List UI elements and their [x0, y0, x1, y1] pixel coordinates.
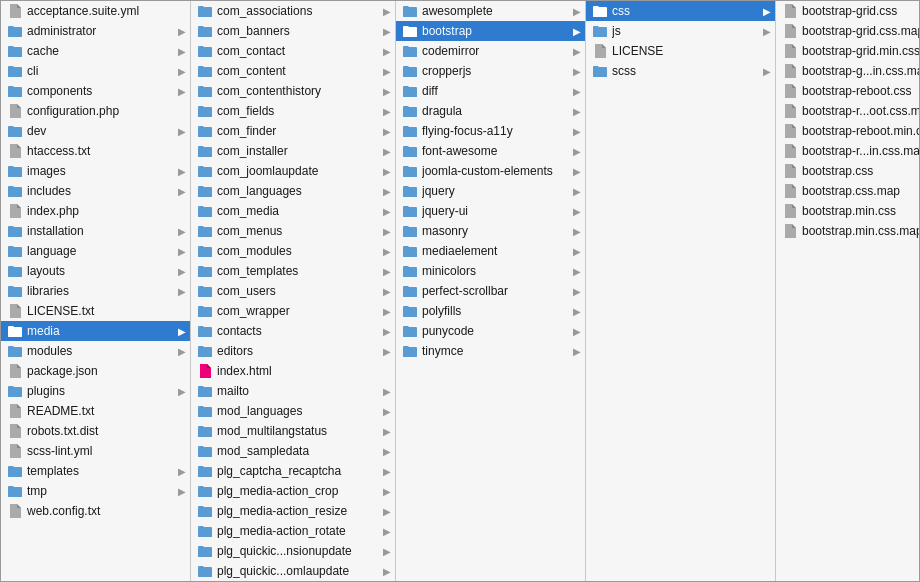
file-row[interactable]: acceptance.suite.yml [1, 1, 190, 21]
folder-row[interactable]: com_media▶ [191, 201, 395, 221]
folder-row[interactable]: cli▶ [1, 61, 190, 81]
folder-row[interactable]: modules▶ [1, 341, 190, 361]
file-icon [782, 63, 798, 79]
folder-row[interactable]: plg_captcha_recaptcha▶ [191, 461, 395, 481]
folder-row[interactable]: com_contact▶ [191, 41, 395, 61]
folder-row[interactable]: mailto▶ [191, 381, 395, 401]
file-row[interactable]: LICENSE.txt [1, 301, 190, 321]
folder-row[interactable]: includes▶ [1, 181, 190, 201]
folder-row[interactable]: css▶ [586, 1, 775, 21]
folder-row[interactable]: plg_media-action_crop▶ [191, 481, 395, 501]
folder-row[interactable]: com_templates▶ [191, 261, 395, 281]
folder-row[interactable]: dragula▶ [396, 101, 585, 121]
folder-row[interactable]: com_installer▶ [191, 141, 395, 161]
chevron-right-icon: ▶ [573, 166, 581, 177]
folder-row[interactable]: plugins▶ [1, 381, 190, 401]
folder-row[interactable]: com_joomlaupdate▶ [191, 161, 395, 181]
folder-row[interactable]: libraries▶ [1, 281, 190, 301]
folder-row[interactable]: polyfills▶ [396, 301, 585, 321]
folder-row[interactable]: tmp▶ [1, 481, 190, 501]
file-row[interactable]: README.txt [1, 401, 190, 421]
svg-rect-2 [8, 68, 22, 77]
item-label: scss-lint.yml [27, 444, 186, 458]
item-label: bootstrap-grid.css.map [802, 24, 920, 38]
file-icon [782, 23, 798, 39]
file-row[interactable]: bootstrap-reboot.css [776, 81, 920, 101]
folder-row[interactable]: diff▶ [396, 81, 585, 101]
item-label: components [27, 84, 186, 98]
folder-row[interactable]: jquery-ui▶ [396, 201, 585, 221]
folder-row[interactable]: plg_media-action_rotate▶ [191, 521, 395, 541]
file-row[interactable]: bootstrap.min.css [776, 201, 920, 221]
folder-row[interactable]: jquery▶ [396, 181, 585, 201]
folder-row[interactable]: awesomplete▶ [396, 1, 585, 21]
folder-row[interactable]: editors▶ [191, 341, 395, 361]
folder-row[interactable]: contacts▶ [191, 321, 395, 341]
file-row[interactable]: bootstrap-g...in.css.map [776, 61, 920, 81]
file-row[interactable]: web.config.txt [1, 501, 190, 521]
folder-row[interactable]: bootstrap▶ [396, 21, 585, 41]
folder-row[interactable]: images▶ [1, 161, 190, 181]
folder-row[interactable]: plg_media-action_resize▶ [191, 501, 395, 521]
folder-row[interactable]: mediaelement▶ [396, 241, 585, 261]
folder-row[interactable]: mod_sampledata▶ [191, 441, 395, 461]
file-row[interactable]: package.json [1, 361, 190, 381]
folder-row[interactable]: punycode▶ [396, 321, 585, 341]
folder-row[interactable]: administrator▶ [1, 21, 190, 41]
folder-row[interactable]: com_modules▶ [191, 241, 395, 261]
folder-row[interactable]: js▶ [586, 21, 775, 41]
folder-row[interactable]: plg_quickic...nsionupdate▶ [191, 541, 395, 561]
file-row[interactable]: htaccess.txt [1, 141, 190, 161]
folder-row[interactable]: codemirror▶ [396, 41, 585, 61]
file-row[interactable]: index.html [191, 361, 395, 381]
folder-row[interactable]: plg_quickic...omlaupdate▶ [191, 561, 395, 581]
folder-row[interactable]: com_finder▶ [191, 121, 395, 141]
folder-row[interactable]: tinymce▶ [396, 341, 585, 361]
item-label: bootstrap-grid.css [802, 4, 920, 18]
folder-row[interactable]: mod_languages▶ [191, 401, 395, 421]
file-row[interactable]: bootstrap.css.map [776, 181, 920, 201]
folder-row[interactable]: flying-focus-a11y▶ [396, 121, 585, 141]
folder-row[interactable]: cropperjs▶ [396, 61, 585, 81]
folder-row[interactable]: minicolors▶ [396, 261, 585, 281]
folder-row[interactable]: com_content▶ [191, 61, 395, 81]
folder-row[interactable]: masonry▶ [396, 221, 585, 241]
folder-row[interactable]: dev▶ [1, 121, 190, 141]
file-row[interactable]: index.php [1, 201, 190, 221]
folder-row[interactable]: com_banners▶ [191, 21, 395, 41]
folder-row[interactable]: installation▶ [1, 221, 190, 241]
folder-row[interactable]: joomla-custom-elements▶ [396, 161, 585, 181]
file-row[interactable]: bootstrap-grid.min.css [776, 41, 920, 61]
folder-icon [197, 323, 213, 339]
folder-row[interactable]: layouts▶ [1, 261, 190, 281]
folder-row[interactable]: font-awesome▶ [396, 141, 585, 161]
svg-rect-58 [403, 188, 417, 197]
folder-row[interactable]: media▶ [1, 321, 190, 341]
file-row[interactable]: bootstrap-grid.css.map [776, 21, 920, 41]
folder-row[interactable]: mod_multilangstatus▶ [191, 421, 395, 441]
file-row[interactable]: bootstrap-r...oot.css.map [776, 101, 920, 121]
folder-row[interactable]: language▶ [1, 241, 190, 261]
folder-row[interactable]: templates▶ [1, 461, 190, 481]
folder-row[interactable]: com_users▶ [191, 281, 395, 301]
folder-row[interactable]: scss▶ [586, 61, 775, 81]
file-row[interactable]: bootstrap-r...in.css.map [776, 141, 920, 161]
folder-row[interactable]: cache▶ [1, 41, 190, 61]
file-row[interactable]: bootstrap-reboot.min.css [776, 121, 920, 141]
folder-row[interactable]: com_languages▶ [191, 181, 395, 201]
folder-row[interactable]: com_contenthistory▶ [191, 81, 395, 101]
folder-row[interactable]: com_associations▶ [191, 1, 395, 21]
file-row[interactable]: bootstrap-grid.css [776, 1, 920, 21]
file-row[interactable]: bootstrap.css [776, 161, 920, 181]
file-row[interactable]: robots.txt.dist [1, 421, 190, 441]
folder-row[interactable]: com_wrapper▶ [191, 301, 395, 321]
file-row[interactable]: configuration.php [1, 101, 190, 121]
file-row[interactable]: bootstrap.min.css.map [776, 221, 920, 241]
folder-row[interactable]: com_menus▶ [191, 221, 395, 241]
file-row[interactable]: scss-lint.yml [1, 441, 190, 461]
folder-row[interactable]: com_fields▶ [191, 101, 395, 121]
file-row[interactable]: LICENSE [586, 41, 775, 61]
folder-icon [197, 43, 213, 59]
folder-row[interactable]: components▶ [1, 81, 190, 101]
folder-row[interactable]: perfect-scrollbar▶ [396, 281, 585, 301]
